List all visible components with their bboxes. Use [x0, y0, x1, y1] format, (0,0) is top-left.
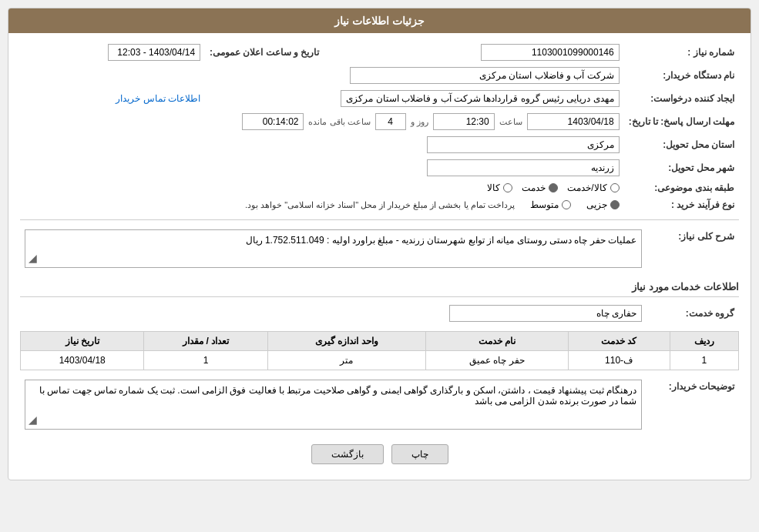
- city-value: زرندیه: [427, 159, 620, 176]
- category-service-option[interactable]: خدمت: [522, 182, 558, 193]
- buyer-notes-label: توضیحات خریدار:: [646, 376, 739, 433]
- table-row: 1ف-110حفر چاه عمیقمتر11403/04/18: [21, 351, 739, 370]
- city-label: شهر محل تحویل:: [624, 156, 739, 179]
- need-number-value: 1103001099000146: [481, 44, 620, 61]
- notes-resize-arrow: ◢: [29, 413, 37, 426]
- description-box: عملیات حفر چاه دستی روستای میانه از تواب…: [25, 229, 642, 268]
- cell-code: ف-110: [568, 351, 670, 370]
- category-goods-radio: [503, 183, 512, 192]
- services-table: ردیف کد خدمت نام خدمت واحد اندازه گیری ت…: [20, 331, 739, 370]
- province-value: مرکزی: [427, 136, 620, 153]
- page-header: جزئیات اطلاعات نیاز: [8, 8, 751, 33]
- category-service-label: خدمت: [522, 182, 546, 193]
- col-code: کد خدمت: [568, 332, 670, 351]
- province-label: استان محل تحویل:: [624, 133, 739, 156]
- deadline-time: 12:30: [433, 113, 495, 130]
- category-goods-option[interactable]: کالا: [487, 182, 512, 193]
- category-label: طبقه بندی موضوعی:: [624, 179, 739, 196]
- creator-label: ایجاد کننده درخواست:: [624, 87, 739, 110]
- print-button[interactable]: چاپ: [391, 444, 448, 464]
- purchase-partial-radio: [610, 200, 620, 209]
- col-quantity: تعداد / مقدار: [144, 332, 267, 351]
- services-section-title: اطلاعات خدمات مورد نیاز: [20, 277, 739, 297]
- contact-info-link[interactable]: اطلاعات تماس خریدار: [116, 93, 200, 104]
- purchase-partial-label: جزیی: [586, 199, 607, 210]
- purchase-medium-label: متوسط: [530, 199, 559, 210]
- resize-arrow: ◢: [29, 252, 37, 264]
- announce-label: تاریخ و ساعت اعلان عمومی:: [205, 41, 324, 64]
- category-radio-group: کالا/خدمت خدمت کالا: [25, 182, 620, 193]
- category-goods-service-label: کالا/خدمت: [567, 182, 606, 193]
- category-goods-service-option[interactable]: کالا/خدمت: [567, 182, 619, 193]
- purchase-type-desc: پرداخت تمام یا بخشی از مبلغ خریدار از مح…: [245, 200, 515, 210]
- page-title: جزئیات اطلاعات نیاز: [334, 15, 425, 27]
- deadline-date: 1403/04/18: [527, 113, 620, 130]
- cell-row: 1: [670, 351, 739, 370]
- deadline-remaining: 00:14:02: [242, 113, 304, 130]
- purchase-partial-option[interactable]: جزیی: [586, 199, 620, 210]
- cell-date: 1403/04/18: [21, 351, 144, 370]
- cell-name: حفر چاه عمیق: [426, 351, 569, 370]
- description-label: شرح کلی نیاز:: [646, 226, 739, 271]
- divider-1: [20, 219, 739, 220]
- deadline-days: 4: [375, 113, 406, 130]
- announce-value: 1403/04/14 - 12:03: [108, 44, 200, 61]
- col-unit: واحد اندازه گیری: [267, 332, 425, 351]
- category-goods-label: کالا: [487, 182, 500, 193]
- cell-unit: متر: [267, 351, 425, 370]
- category-goods-service-radio: [610, 183, 620, 192]
- buyer-notes-value: درهنگام ثبت پیشنهاد قیمت ، داشتن، اسکن و…: [39, 385, 636, 407]
- deadline-time-label: ساعت: [499, 117, 522, 127]
- service-group-label: گروه خدمت:: [646, 302, 739, 325]
- cell-quantity: 1: [144, 351, 267, 370]
- need-number-label: شماره نیاز :: [624, 41, 739, 64]
- footer-buttons: چاپ بازگشت: [20, 444, 739, 472]
- purchase-medium-radio: [562, 200, 571, 209]
- deadline-label: مهلت ارسال پاسخ: تا تاریخ:: [624, 110, 739, 133]
- buyer-org-label: نام دستگاه خریدار:: [624, 64, 739, 87]
- buyer-org-value: شرکت آب و فاضلاب استان مرکزی: [350, 67, 620, 84]
- buyer-notes-box: درهنگام ثبت پیشنهاد قیمت ، داشتن، اسکن و…: [25, 380, 642, 430]
- col-name: نام خدمت: [426, 332, 569, 351]
- purchase-type-label: نوع فرآیند خرید :: [624, 196, 739, 213]
- purchase-medium-option[interactable]: متوسط: [530, 199, 571, 210]
- deadline-remaining-label: ساعت باقی مانده: [308, 117, 370, 127]
- service-group-value: حفاری چاه: [449, 305, 642, 322]
- creator-value: مهدی دریایی رئیس گروه قراردادها شرکت آب …: [341, 90, 619, 107]
- back-button[interactable]: بازگشت: [311, 444, 384, 464]
- col-date: تاریخ نیاز: [21, 332, 144, 351]
- deadline-days-label: روز و: [411, 117, 428, 127]
- col-row: ردیف: [670, 332, 739, 351]
- category-service-radio: [549, 183, 558, 192]
- description-value: عملیات حفر چاه دستی روستای میانه از تواب…: [246, 235, 636, 246]
